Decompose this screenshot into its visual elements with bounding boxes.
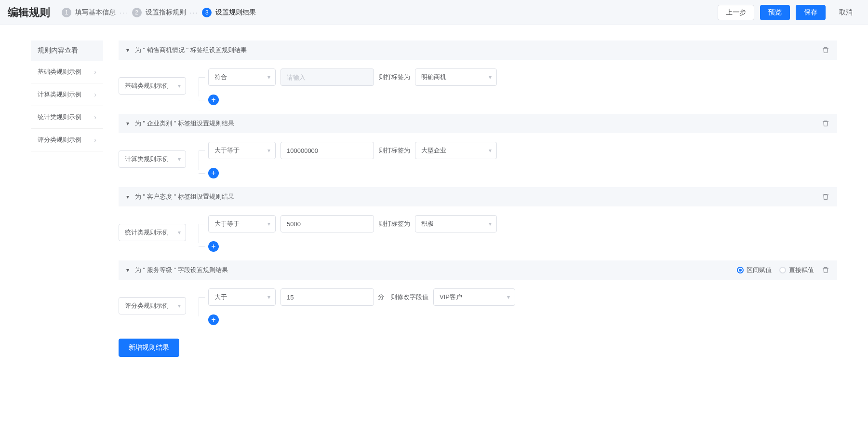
value-input-4[interactable] bbox=[280, 288, 374, 306]
chevron-down-icon: ▾ bbox=[267, 294, 270, 300]
main-container: 规则内容查看 基础类规则示例 › 计算类规则示例 › 统计类规则示例 › 评分类… bbox=[0, 25, 868, 372]
sidebar-item-score[interactable]: 评分类规则示例 › bbox=[31, 129, 103, 151]
collapse-caret-icon[interactable]: ▾ bbox=[126, 267, 129, 273]
result-select-3[interactable]: 积极 ▾ bbox=[415, 215, 497, 232]
rule-type-2: 计算类规则示例 ▾ bbox=[119, 150, 186, 168]
collapse-caret-icon[interactable]: ▾ bbox=[126, 120, 129, 127]
save-button[interactable]: 保存 bbox=[796, 5, 826, 20]
chevron-down-icon: ▾ bbox=[267, 74, 270, 81]
connector-3: 大于等于 ▾ 则打标签为 积极 ▾ + bbox=[192, 215, 497, 252]
step-1-badge: 1 bbox=[62, 8, 71, 17]
step-separator-icon: ··· bbox=[190, 9, 199, 16]
chevron-down-icon: ▾ bbox=[178, 302, 181, 309]
header-actions: 上一步 预览 保存 取消 bbox=[718, 5, 860, 20]
rule-section-1: ▾ 为 " 销售商机情况 " 标签组设置规则结果 基础类规则示例 ▾ bbox=[119, 41, 837, 105]
step-2[interactable]: 2 设置指标规则 bbox=[132, 8, 186, 17]
prev-step-button[interactable]: 上一步 bbox=[718, 5, 754, 20]
result-select-2[interactable]: 大型企业 ▾ bbox=[415, 142, 497, 159]
rule-section-4: ▾ 为 " 服务等级 " 字段设置规则结果 区间赋值 直接赋值 bbox=[119, 260, 837, 325]
rule-type-4: 评分类规则示例 ▾ bbox=[119, 297, 186, 314]
rows-1: 符合 ▾ 则打标签为 明确商机 ▾ + bbox=[208, 68, 497, 105]
result-select-4[interactable]: VIP客户 ▾ bbox=[433, 288, 515, 306]
section-2-title: 为 " 企业类别 " 标签组设置规则结果 bbox=[135, 119, 822, 128]
rule-type-select-4[interactable]: 评分类规则示例 ▾ bbox=[119, 297, 186, 314]
step-2-label: 设置指标规则 bbox=[146, 8, 186, 17]
chevron-down-icon: ▾ bbox=[489, 220, 492, 227]
condition-row-1: 符合 ▾ 则打标签为 明确商机 ▾ bbox=[208, 68, 497, 86]
operator-select-4[interactable]: 大于 ▾ bbox=[208, 288, 276, 306]
cancel-button[interactable]: 取消 bbox=[831, 5, 860, 20]
section-4-title: 为 " 服务等级 " 字段设置规则结果 bbox=[135, 266, 737, 274]
sidebar-item-label: 统计类规则示例 bbox=[38, 113, 81, 122]
condition-row-3: 大于等于 ▾ 则打标签为 积极 ▾ bbox=[208, 215, 497, 232]
collapse-caret-icon[interactable]: ▾ bbox=[126, 47, 129, 54]
section-1-title: 为 " 销售商机情况 " 标签组设置规则结果 bbox=[135, 46, 822, 55]
add-row-1: + bbox=[208, 95, 497, 105]
connector-4: 大于 ▾ 分 则修改字段值 VIP客户 ▾ + bbox=[192, 288, 515, 325]
then-label-1: 则打标签为 bbox=[379, 73, 410, 82]
chevron-down-icon: ▾ bbox=[178, 156, 181, 163]
operator-select-1[interactable]: 符合 ▾ bbox=[208, 68, 276, 86]
sidebar-item-label: 基础类规则示例 bbox=[38, 68, 81, 76]
chevron-right-icon: › bbox=[94, 136, 96, 144]
chevron-down-icon: ▾ bbox=[178, 82, 181, 89]
delete-section-4-button[interactable] bbox=[822, 266, 829, 274]
delete-section-3-button[interactable] bbox=[822, 193, 829, 201]
rows-3: 大于等于 ▾ 则打标签为 积极 ▾ + bbox=[208, 215, 497, 252]
sidebar-item-basic[interactable]: 基础类规则示例 › bbox=[31, 61, 103, 83]
add-condition-button-3[interactable]: + bbox=[208, 241, 219, 252]
page-title: 编辑规则 bbox=[8, 5, 50, 20]
chevron-down-icon: ▾ bbox=[267, 220, 270, 227]
rule-type-select-2[interactable]: 计算类规则示例 ▾ bbox=[119, 150, 186, 168]
chevron-right-icon: › bbox=[94, 91, 96, 98]
page-header: 编辑规则 1 填写基本信息 ··· 2 设置指标规则 ··· 3 设置规则结果 … bbox=[0, 0, 868, 25]
step-3[interactable]: 3 设置规则结果 bbox=[202, 8, 256, 17]
sidebar: 规则内容查看 基础类规则示例 › 计算类规则示例 › 统计类规则示例 › 评分类… bbox=[31, 41, 103, 357]
add-rule-result-button[interactable]: 新增规则结果 bbox=[119, 339, 179, 357]
unit-label-4: 分 bbox=[378, 293, 384, 301]
operator-select-2[interactable]: 大于等于 ▾ bbox=[208, 142, 276, 159]
preview-button[interactable]: 预览 bbox=[760, 5, 790, 20]
section-3-body: 统计类规则示例 ▾ 大于等于 ▾ 则打标签为 bbox=[119, 206, 837, 252]
value-input-2[interactable] bbox=[280, 142, 374, 159]
step-2-badge: 2 bbox=[132, 8, 142, 17]
operator-select-3[interactable]: 大于等于 ▾ bbox=[208, 215, 276, 232]
chevron-right-icon: › bbox=[94, 68, 96, 76]
radio-dot-icon bbox=[779, 267, 786, 273]
add-condition-button-1[interactable]: + bbox=[208, 95, 219, 105]
section-2-body: 计算类规则示例 ▾ 大于等于 ▾ 则打标签为 bbox=[119, 133, 837, 178]
rule-type-select-1[interactable]: 基础类规则示例 ▾ bbox=[119, 77, 186, 95]
trash-icon bbox=[822, 46, 829, 54]
rule-section-3: ▾ 为 " 客户态度 " 标签组设置规则结果 统计类规则示例 ▾ bbox=[119, 187, 837, 252]
trash-icon bbox=[822, 193, 829, 201]
add-condition-button-4[interactable]: + bbox=[208, 314, 219, 325]
sidebar-item-label: 计算类规则示例 bbox=[38, 90, 81, 99]
add-condition-button-2[interactable]: + bbox=[208, 168, 219, 178]
chevron-down-icon: ▾ bbox=[489, 147, 492, 154]
add-row-2: + bbox=[208, 168, 497, 178]
radio-direct[interactable]: 直接赋值 bbox=[779, 266, 814, 274]
trash-icon bbox=[822, 266, 829, 274]
sidebar-item-stat[interactable]: 统计类规则示例 › bbox=[31, 106, 103, 129]
section-3-header: ▾ 为 " 客户态度 " 标签组设置规则结果 bbox=[119, 187, 837, 206]
value-input-1 bbox=[280, 68, 374, 86]
condition-row-4: 大于 ▾ 分 则修改字段值 VIP客户 ▾ bbox=[208, 288, 515, 306]
value-input-3[interactable] bbox=[280, 215, 374, 232]
radio-dot-icon bbox=[737, 267, 744, 273]
chevron-right-icon: › bbox=[94, 113, 96, 121]
rule-type-1: 基础类规则示例 ▾ bbox=[119, 77, 186, 95]
main-content: ▾ 为 " 销售商机情况 " 标签组设置规则结果 基础类规则示例 ▾ bbox=[119, 41, 837, 357]
delete-section-2-button[interactable] bbox=[822, 120, 829, 127]
collapse-caret-icon[interactable]: ▾ bbox=[126, 193, 129, 200]
trash-icon bbox=[822, 120, 829, 127]
rule-type-select-3[interactable]: 统计类规则示例 ▾ bbox=[119, 224, 186, 241]
delete-section-1-button[interactable] bbox=[822, 46, 829, 54]
sidebar-item-calc[interactable]: 计算类规则示例 › bbox=[31, 83, 103, 106]
section-3-title: 为 " 客户态度 " 标签组设置规则结果 bbox=[135, 192, 822, 201]
step-separator-icon: ··· bbox=[120, 9, 128, 16]
radio-interval[interactable]: 区间赋值 bbox=[737, 266, 772, 274]
step-1[interactable]: 1 填写基本信息 bbox=[62, 8, 116, 17]
result-select-1[interactable]: 明确商机 ▾ bbox=[415, 68, 497, 86]
then-label-3: 则打标签为 bbox=[379, 219, 410, 228]
footer-actions: 新增规则结果 bbox=[119, 339, 837, 357]
